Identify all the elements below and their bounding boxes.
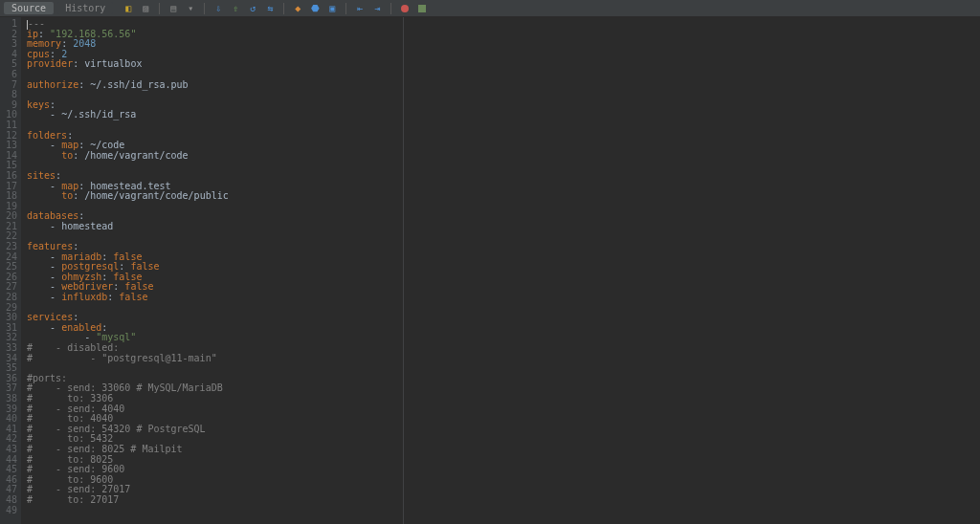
- code-token: # to: 27017: [27, 494, 119, 505]
- code-token: ~/code: [90, 140, 124, 150]
- code-token: services: [27, 312, 73, 322]
- code-token: # - send: 27017: [27, 484, 130, 494]
- code-token: :: [50, 99, 56, 110]
- toolbar-separator: [283, 3, 284, 14]
- code-token: # - send: 54320 # PostgreSQL: [27, 424, 206, 434]
- code-token: :: [119, 261, 130, 272]
- code-editor[interactable]: ---ip: "192.168.56.56"memory: 2048cpus: …: [21, 17, 404, 524]
- code-token: -: [27, 281, 61, 292]
- code-token: :: [56, 170, 61, 181]
- code-line[interactable]: [27, 120, 403, 131]
- code-token: 2048: [73, 38, 96, 49]
- toolbar-icon-8[interactable]: ◆: [292, 3, 303, 14]
- code-token: # - send: 9600: [27, 464, 124, 474]
- code-line[interactable]: [27, 231, 403, 242]
- toolbar-icon-6[interactable]: ↺: [247, 3, 258, 14]
- code-token: -: [27, 251, 61, 262]
- code-token: databases: [27, 210, 78, 221]
- right-preview-pane: [404, 17, 980, 524]
- code-token: :: [73, 241, 78, 251]
- code-token: homestead.test: [90, 181, 170, 191]
- tab-history[interactable]: History: [57, 2, 113, 14]
- code-token: :: [78, 79, 90, 90]
- code-token: features: [27, 241, 73, 251]
- toolbar-icon-1[interactable]: ◧: [122, 3, 134, 14]
- code-line[interactable]: to: /home/vagrant/code: [27, 151, 403, 162]
- line-number: 48: [0, 495, 17, 506]
- code-token: "192.168.56.56": [50, 29, 136, 39]
- code-line[interactable]: memory: 2048: [27, 39, 403, 50]
- code-token: :: [73, 190, 84, 201]
- code-token: # - "postgresql@11-main": [27, 353, 217, 363]
- code-line[interactable]: - homestead: [27, 222, 403, 232]
- code-token: ~/.ssh/id_rsa: [61, 109, 136, 120]
- code-line[interactable]: - influxdb: false: [27, 293, 403, 303]
- tab-source[interactable]: Source: [4, 2, 54, 14]
- code-token: provider: [27, 58, 73, 69]
- code-line[interactable]: [27, 90, 403, 100]
- code-line[interactable]: provider: virtualbox: [27, 59, 403, 70]
- line-number: 38: [0, 394, 17, 404]
- code-token: influxdb: [61, 292, 107, 302]
- toolbar-icon-12[interactable]: ⇥: [371, 3, 383, 14]
- code-token: :: [107, 292, 119, 302]
- toolbar-icon-7[interactable]: ⇆: [264, 3, 276, 14]
- toolbar-icon-4[interactable]: ⇩: [212, 3, 224, 14]
- code-line[interactable]: # to: 27017: [27, 495, 403, 506]
- code-token: :: [101, 322, 107, 333]
- code-token: virtualbox: [84, 58, 142, 69]
- toolbar-icon-3[interactable]: ▤: [167, 3, 179, 14]
- code-token: :: [73, 312, 78, 322]
- toolbar-icon-10[interactable]: ▣: [326, 3, 338, 14]
- code-token: cpus: [27, 49, 50, 59]
- code-line[interactable]: # - "postgresql@11-main": [27, 354, 403, 364]
- code-token: # to: 5432: [27, 433, 113, 444]
- chevron-down-icon[interactable]: ▾: [185, 3, 196, 14]
- toolbar-icon-11[interactable]: ⇤: [354, 3, 366, 14]
- code-token: to: [61, 150, 73, 161]
- code-token: enabled: [61, 322, 101, 333]
- code-line[interactable]: [27, 161, 403, 171]
- toolbar-separator: [159, 3, 160, 14]
- code-line[interactable]: authorize: ~/.ssh/id_rsa.pub: [27, 80, 403, 91]
- code-token: folders: [27, 130, 67, 141]
- code-token: map: [61, 140, 78, 150]
- code-token: # - send: 4040: [27, 404, 124, 414]
- code-token: # to: 8025: [27, 454, 113, 465]
- line-number-gutter: 1234567891011121314151617181920212223242…: [0, 17, 21, 524]
- line-number: 43: [0, 445, 17, 455]
- code-token: -: [27, 109, 61, 120]
- code-token: :: [73, 150, 84, 161]
- code-token: false: [124, 281, 153, 292]
- code-token: # to: 4040: [27, 413, 113, 424]
- top-toolbar: Source History ◧ ▨ ▤ ▾ ⇩ ⇧ ↺ ⇆ ◆ ⬣ ▣ ⇤ ⇥: [0, 0, 980, 17]
- record-icon[interactable]: [416, 3, 428, 14]
- toolbar-icon-9[interactable]: ⬣: [309, 3, 321, 14]
- code-line[interactable]: [27, 303, 403, 314]
- toolbar-icons: ◧ ▨ ▤ ▾ ⇩ ⇧ ↺ ⇆ ◆ ⬣ ▣ ⇤ ⇥: [122, 3, 428, 14]
- code-token: keys: [27, 99, 50, 110]
- code-token: webdriver: [61, 281, 113, 292]
- code-token: -: [27, 181, 61, 191]
- code-line[interactable]: [27, 506, 403, 516]
- code-token: 2: [61, 49, 67, 59]
- code-token: :: [101, 251, 113, 262]
- editor-area: 1234567891011121314151617181920212223242…: [0, 17, 980, 524]
- toolbar-icon-5[interactable]: ⇧: [230, 3, 241, 14]
- code-line[interactable]: - ~/.ssh/id_rsa: [27, 110, 403, 120]
- code-token: authorize: [27, 79, 78, 90]
- toolbar-icon-2[interactable]: ▨: [140, 3, 151, 14]
- code-token: :: [38, 29, 50, 39]
- code-token: "mysql": [96, 332, 136, 342]
- code-token: -: [27, 140, 61, 150]
- code-token: sites: [27, 170, 56, 181]
- code-token: map: [61, 181, 78, 191]
- code-token: homestead: [61, 221, 113, 231]
- stop-icon[interactable]: [399, 3, 411, 14]
- code-token: :: [73, 58, 84, 69]
- code-token: false: [113, 272, 142, 282]
- code-token: -: [27, 292, 61, 302]
- code-line[interactable]: [27, 363, 403, 374]
- code-line[interactable]: to: /home/vagrant/code/public: [27, 191, 403, 202]
- code-token: # to: 3306: [27, 393, 113, 404]
